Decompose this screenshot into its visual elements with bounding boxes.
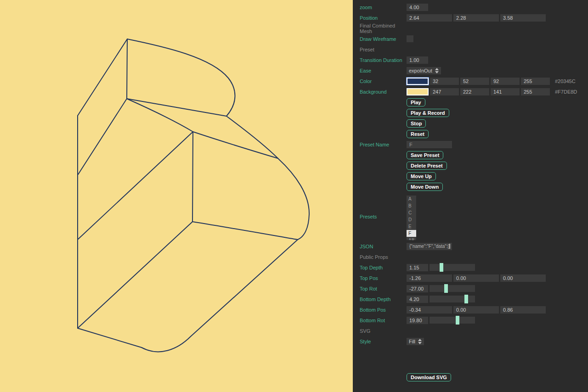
- bottom-depth-slider[interactable]: [430, 296, 475, 302]
- transition-duration-label: Transition Duration: [360, 57, 407, 63]
- row-ease: Ease expoInOut: [360, 65, 581, 76]
- color-label: Color: [360, 78, 407, 84]
- preset-item[interactable]: A: [407, 196, 416, 202]
- bottom-rot-input[interactable]: 19.80: [407, 317, 428, 324]
- reset-button[interactable]: Reset: [407, 130, 429, 138]
- row-top-depth: Top Depth 1.15: [360, 262, 581, 273]
- preset-item[interactable]: F: [407, 230, 416, 237]
- row-bottom-rot: Bottom Rot 19.80: [360, 315, 581, 325]
- bottom-pos-x-input[interactable]: -0.34: [407, 306, 452, 314]
- style-label: Style: [360, 339, 407, 344]
- zoom-label: zoom: [360, 5, 407, 10]
- zoom-input[interactable]: 4.00: [407, 4, 428, 11]
- move-down-button[interactable]: Move Down: [407, 183, 443, 191]
- top-depth-slider-handle[interactable]: [440, 263, 443, 272]
- preset-item[interactable]: C: [407, 209, 416, 216]
- row-transition-duration: Transition Duration 1.00: [360, 55, 581, 65]
- row-stop: Stop: [360, 118, 581, 129]
- text-cursor: [449, 244, 450, 249]
- background-label: Background: [360, 89, 407, 95]
- background-hex-value: #F7DE8D: [551, 89, 578, 95]
- public-props-section-label: Public Props: [360, 254, 407, 260]
- play-and-record-button[interactable]: Play & Record: [407, 109, 449, 117]
- preset-name-input[interactable]: F: [407, 141, 452, 148]
- background-r-input[interactable]: 247: [430, 88, 459, 95]
- json-input[interactable]: {"name":"F","data":[: [407, 243, 452, 250]
- row-save-preset: Save Preset: [360, 150, 581, 160]
- style-select[interactable]: Fill: [407, 338, 424, 345]
- bottom-pos-y-input[interactable]: 0.00: [453, 306, 499, 314]
- color-r-input[interactable]: 32: [430, 78, 459, 85]
- row-reset: Reset: [360, 129, 581, 139]
- delete-preset-button[interactable]: Delete Preset: [407, 162, 447, 170]
- bottom-rot-slider[interactable]: [430, 317, 475, 324]
- position-x-input[interactable]: 2.64: [407, 14, 452, 22]
- color-a-input[interactable]: 255: [521, 78, 550, 85]
- top-rot-slider[interactable]: [430, 285, 475, 292]
- background-a-input[interactable]: 255: [521, 88, 550, 95]
- row-move-up: Move Up: [360, 171, 581, 181]
- row-json: JSON {"name":"F","data":[: [360, 241, 581, 252]
- row-bottom-depth: Bottom Depth 4.20: [360, 294, 581, 304]
- top-pos-x-input[interactable]: -1.26: [407, 274, 452, 282]
- preset-item[interactable]: D: [407, 216, 416, 223]
- preset-section-label: Preset: [360, 47, 407, 52]
- position-label: Position: [360, 15, 407, 21]
- letter-wireframe: [0, 0, 353, 392]
- row-play: Play: [360, 97, 581, 107]
- top-depth-label: Top Depth: [360, 265, 407, 270]
- move-up-button[interactable]: Move Up: [407, 172, 436, 180]
- top-rot-slider-handle[interactable]: [444, 284, 448, 293]
- presets-label: Presets: [360, 214, 407, 219]
- save-preset-button[interactable]: Save Preset: [407, 151, 443, 159]
- color-swatch[interactable]: [407, 78, 429, 85]
- ease-select[interactable]: expoInOut: [407, 67, 441, 74]
- row-background: Background 247 222 141 255 #F7DE8D: [360, 86, 581, 97]
- bottom-depth-input[interactable]: 4.20: [407, 296, 428, 303]
- row-move-down: Move Down: [360, 181, 581, 192]
- play-button[interactable]: Play: [407, 98, 425, 106]
- position-z-input[interactable]: 3.58: [500, 14, 546, 22]
- row-delete-preset: Delete Preset: [360, 160, 581, 171]
- select-arrows-icon: [435, 68, 439, 73]
- download-svg-button[interactable]: Download SVG: [407, 373, 451, 381]
- background-swatch[interactable]: [407, 88, 429, 95]
- svg-section-label: SVG: [360, 328, 407, 334]
- row-preset-name: Preset Name F: [360, 139, 581, 150]
- top-depth-slider[interactable]: [430, 264, 475, 271]
- row-section-svg: SVG: [360, 325, 581, 336]
- panel-spacer: [360, 347, 581, 372]
- bottom-depth-slider-handle[interactable]: [464, 295, 468, 303]
- background-g-input[interactable]: 222: [460, 88, 489, 95]
- final-combined-mesh-section-label: Final Combined Mesh: [360, 23, 407, 34]
- top-pos-z-input[interactable]: 0.00: [500, 274, 546, 282]
- row-top-rot: Top Rot -27.00: [360, 283, 581, 294]
- row-section-public-props: Public Props: [360, 252, 581, 262]
- color-b-input[interactable]: 92: [491, 78, 520, 85]
- color-hex-value: #20345C: [551, 78, 578, 84]
- ease-select-value: expoInOut: [409, 68, 432, 73]
- top-pos-y-input[interactable]: 0.00: [453, 274, 499, 282]
- top-depth-input[interactable]: 1.15: [407, 264, 428, 271]
- transition-duration-input[interactable]: 1.00: [407, 56, 428, 64]
- bottom-depth-label: Bottom Depth: [360, 297, 407, 302]
- stop-button[interactable]: Stop: [407, 119, 426, 128]
- 3d-viewport[interactable]: [0, 0, 353, 392]
- preset-item[interactable]: B: [407, 202, 416, 209]
- preset-item[interactable]: E: [407, 223, 416, 230]
- row-play-record: Play & Record: [360, 107, 581, 118]
- row-position: Position 2.64 2.28 3.58: [360, 12, 581, 23]
- position-y-input[interactable]: 2.28: [453, 14, 499, 22]
- top-rot-input[interactable]: -27.00: [407, 285, 428, 292]
- bottom-pos-z-input[interactable]: 0.86: [500, 306, 546, 314]
- preset-item[interactable]: AB: [407, 237, 416, 240]
- background-b-input[interactable]: 141: [491, 88, 520, 95]
- bottom-rot-slider-handle[interactable]: [456, 316, 459, 325]
- bottom-rot-label: Bottom Rot: [360, 318, 407, 323]
- row-presets: Presets A B C D E F AB: [360, 192, 581, 241]
- draw-wireframe-checkbox[interactable]: [407, 35, 413, 42]
- row-download-svg: Download SVG: [360, 372, 581, 382]
- draw-wireframe-label: Draw Wireframe: [360, 36, 407, 42]
- color-g-input[interactable]: 52: [460, 78, 489, 85]
- presets-list[interactable]: A B C D E F AB: [407, 196, 416, 240]
